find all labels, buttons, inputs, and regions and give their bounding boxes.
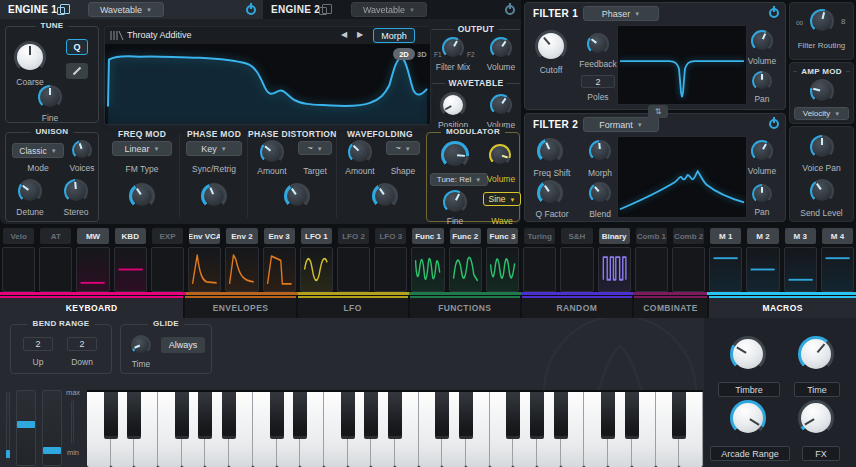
mod-tab-velo[interactable]: Velo — [3, 228, 34, 244]
filter2-pan-knob[interactable] — [752, 184, 772, 204]
send-level-knob[interactable] — [810, 179, 834, 203]
tab-keyboard[interactable]: KEYBOARD — [0, 296, 183, 318]
filter1-power-button[interactable] — [769, 8, 779, 18]
modulator-wave-dropdown[interactable]: Sine▼ — [483, 192, 521, 206]
mod-tab-func-3[interactable]: Func 3 — [487, 228, 518, 244]
mod-tab-lfo-3[interactable]: LFO 3 — [375, 228, 406, 244]
mod-tab-at[interactable]: AT — [40, 228, 71, 244]
modulator-tune-knob[interactable] — [441, 141, 469, 169]
mod-thumb-binary[interactable] — [598, 247, 631, 292]
piano-black-key[interactable] — [198, 392, 212, 439]
mod-thumb-m-3[interactable] — [784, 247, 817, 292]
wavetable-volume-knob[interactable] — [490, 94, 512, 116]
filter1-type-dropdown[interactable]: Phaser▼ — [583, 6, 659, 21]
mod-wheel-handle[interactable] — [43, 447, 61, 454]
mod-tab-exp[interactable]: EXP — [152, 228, 183, 244]
mod-wheel[interactable] — [42, 390, 62, 466]
tab-envelopes[interactable]: ENVELOPES — [185, 296, 295, 318]
pitch-ribbon-handle[interactable] — [6, 450, 10, 458]
macro-timbre-knob[interactable] — [730, 336, 766, 372]
feedback-knob[interactable] — [587, 33, 609, 55]
mod-thumb-turing[interactable] — [523, 247, 556, 292]
piano-black-key[interactable] — [222, 392, 236, 439]
mod-tab-binary[interactable]: Binary — [599, 228, 630, 244]
engine1-power-button[interactable] — [246, 5, 256, 15]
mod-tab-env-3[interactable]: Env 3 — [264, 228, 295, 244]
piano-black-key[interactable] — [293, 392, 307, 439]
morph-button[interactable]: Morph — [373, 28, 415, 43]
mod-thumb-at[interactable] — [39, 247, 72, 292]
position-knob[interactable] — [440, 92, 466, 118]
mod-thumb-m-4[interactable] — [821, 247, 854, 292]
filter-routing-knob[interactable] — [810, 9, 834, 33]
wavetable-preset-name[interactable]: Throaty Additive — [127, 30, 192, 40]
waveform-plot[interactable] — [106, 44, 429, 124]
wavefolding-mod-knob[interactable] — [372, 183, 398, 209]
piano-black-key[interactable] — [625, 392, 639, 439]
detune-knob[interactable] — [18, 179, 42, 203]
mod-tab-comb-1[interactable]: Comb 1 — [636, 228, 667, 244]
filter2-power-button[interactable] — [769, 119, 779, 129]
phase-distortion-amount-knob[interactable] — [260, 140, 284, 164]
piano-black-key[interactable] — [104, 392, 118, 439]
prev-wavetable-arrow[interactable]: ◀ — [341, 30, 347, 39]
filter2-curve-display[interactable] — [617, 136, 747, 218]
piano-black-key[interactable] — [435, 392, 449, 439]
freq-shift-knob[interactable] — [537, 138, 563, 164]
bend-wheel-handle[interactable] — [17, 421, 35, 428]
amp-mod-source-dropdown[interactable]: Velocity▼ — [794, 107, 849, 120]
voices-knob[interactable] — [72, 140, 92, 160]
filter1-volume-knob[interactable] — [751, 30, 773, 52]
poles-value[interactable]: 2 — [581, 75, 615, 88]
mod-tab-lfo-1[interactable]: LFO 1 — [301, 228, 332, 244]
fm-type-dropdown[interactable]: Linear▼ — [112, 141, 172, 156]
bend-wheel[interactable] — [16, 390, 36, 466]
tab-macros[interactable]: MACROS — [709, 296, 856, 318]
mod-thumb-m-1[interactable] — [709, 247, 742, 292]
mod-thumb-func-1[interactable] — [411, 247, 444, 292]
output-volume-knob[interactable] — [490, 37, 512, 59]
piano-black-key[interactable] — [175, 392, 189, 439]
mod-thumb-exp[interactable] — [151, 247, 184, 292]
filter-mix-knob[interactable] — [442, 37, 464, 59]
mod-tab-turing[interactable]: Turing — [524, 228, 555, 244]
filter2-volume-knob[interactable] — [751, 140, 773, 162]
mod-thumb-lfo-2[interactable] — [337, 247, 370, 292]
view-3d-toggle[interactable]: 3D — [417, 50, 427, 59]
phase-distortion-target-dropdown[interactable]: ~▼ — [298, 141, 332, 155]
mod-thumb-func-3[interactable] — [486, 247, 519, 292]
mod-thumb-m-2[interactable] — [746, 247, 779, 292]
macro-timbre-label[interactable]: Timbre — [718, 382, 780, 397]
fine-knob[interactable] — [38, 85, 62, 109]
macro-arcade-range-knob[interactable] — [730, 400, 766, 436]
mod-tab-func-2[interactable]: Func 2 — [450, 228, 481, 244]
mod-thumb-comb-1[interactable] — [635, 247, 668, 292]
wavefolding-amount-knob[interactable] — [348, 140, 372, 164]
amp-mod-knob[interactable] — [810, 79, 834, 103]
unison-mode-dropdown[interactable]: Classic▼ — [12, 143, 64, 158]
engine1-type-dropdown[interactable]: Wavetable▼ — [88, 2, 164, 17]
piano-black-key[interactable] — [506, 392, 520, 439]
blend-knob[interactable] — [589, 182, 611, 204]
mod-thumb-mw[interactable] — [76, 247, 109, 292]
mod-tab-lfo-2[interactable]: LFO 2 — [338, 228, 369, 244]
mod-thumb-s-h[interactable] — [560, 247, 593, 292]
modulator-volume-knob[interactable] — [489, 144, 511, 166]
macro-time-knob[interactable] — [798, 336, 834, 372]
piano-black-key[interactable] — [554, 392, 568, 439]
piano-black-key[interactable] — [388, 392, 402, 439]
next-wavetable-arrow[interactable]: ▶ — [357, 30, 363, 39]
filter1-pan-knob[interactable] — [752, 71, 772, 91]
edit-pencil-button[interactable] — [66, 63, 88, 79]
piano-black-key[interactable] — [341, 392, 355, 439]
mod-thumb-func-2[interactable] — [449, 247, 482, 292]
filter-series-toggle-button[interactable]: ⇅ — [648, 105, 668, 118]
mod-thumb-env-3[interactable] — [263, 247, 296, 292]
glide-always-button[interactable]: Always — [161, 337, 205, 353]
mod-thumb-kbd[interactable] — [114, 247, 147, 292]
piano-black-key[interactable] — [672, 392, 686, 439]
filter2-morph-knob[interactable] — [589, 140, 611, 162]
engine2-power-button[interactable] — [505, 5, 515, 15]
piano-black-key[interactable] — [127, 392, 141, 439]
stereo-knob[interactable] — [64, 179, 88, 203]
